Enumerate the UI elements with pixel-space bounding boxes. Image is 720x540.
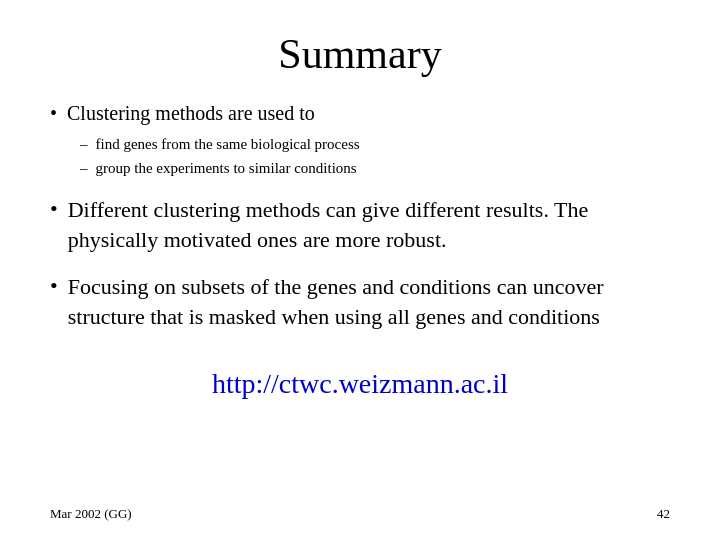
bullet-item-3: • Focusing on subsets of the genes and c… [50,272,670,331]
bullet-dot-3: • [50,272,58,301]
bullet-item-2: • Different clustering methods can give … [50,195,670,254]
sub-bullet-dash-1a: – [80,134,88,155]
bullet-text-3: Focusing on subsets of the genes and con… [68,272,670,331]
bullet-text-1: Clustering methods are used to [67,100,315,126]
bullet-section-3: • Focusing on subsets of the genes and c… [50,272,670,339]
bullet-dot-2: • [50,195,58,224]
slide: Summary • Clustering methods are used to… [0,0,720,540]
footer: Mar 2002 (GG) 42 [50,506,670,522]
sub-bullet-text-1a: find genes from the same biological proc… [96,134,360,155]
bullet-item-1: • Clustering methods are used to [50,100,670,126]
bullet-section-1: • Clustering methods are used to – find … [50,100,670,185]
footer-date: Mar 2002 (GG) [50,506,132,522]
sub-bullet-item-1a: – find genes from the same biological pr… [80,134,670,155]
sub-bullet-item-1b: – group the experiments to similar condi… [80,158,670,179]
url-link[interactable]: http://ctwc.weizmann.ac.il [212,368,508,399]
bullet-section-2: • Different clustering methods can give … [50,195,670,262]
url-section: http://ctwc.weizmann.ac.il [50,368,670,400]
bullet-dot-1: • [50,100,57,126]
sub-bullet-dash-1b: – [80,158,88,179]
sub-bullets-1: – find genes from the same biological pr… [80,134,670,179]
sub-bullet-text-1b: group the experiments to similar conditi… [96,158,357,179]
bullet-text-2: Different clustering methods can give di… [68,195,670,254]
slide-title: Summary [50,30,670,78]
footer-page-number: 42 [657,506,670,522]
